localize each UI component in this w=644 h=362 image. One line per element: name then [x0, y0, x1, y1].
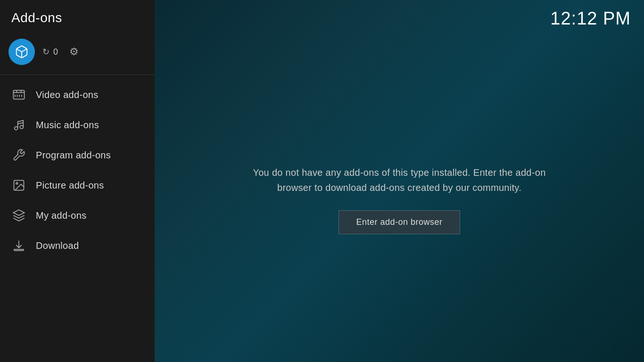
- refresh-icon: ↻: [42, 47, 50, 57]
- svg-line-11: [18, 123, 24, 123]
- enter-browser-button[interactable]: Enter add-on browser: [339, 210, 460, 234]
- page-title: Add-ons: [0, 0, 155, 34]
- sidebar-nav: Video add-ons Music add-ons Program a: [0, 80, 155, 362]
- sidebar-item-picture[interactable]: Picture add-ons: [0, 170, 155, 200]
- refresh-area: ↻ 0: [42, 47, 58, 57]
- picture-icon: [11, 178, 26, 193]
- program-icon: [11, 148, 26, 163]
- package-icon: [15, 45, 29, 59]
- sidebar-item-download[interactable]: Download: [0, 230, 155, 261]
- video-label: Video add-ons: [36, 90, 99, 100]
- settings-icon[interactable]: ⚙: [69, 46, 79, 58]
- clock: 12:12 PM: [550, 8, 631, 29]
- sidebar-item-my-addons[interactable]: My add-ons: [0, 200, 155, 230]
- sidebar-item-video[interactable]: Video add-ons: [0, 80, 155, 110]
- music-icon: [11, 117, 26, 132]
- svg-point-10: [20, 125, 23, 129]
- program-label: Program add-ons: [36, 150, 111, 161]
- my-addons-icon: [11, 208, 26, 223]
- video-icon: [11, 87, 26, 102]
- empty-message: You do not have any add-ons of this type…: [234, 165, 564, 195]
- content-center: You do not have any add-ons of this type…: [155, 37, 644, 362]
- sidebar-divider: [0, 74, 155, 75]
- sidebar-header: ↻ 0 ⚙: [0, 34, 155, 74]
- download-label: Download: [36, 240, 79, 251]
- top-bar: 12:12 PM: [155, 0, 644, 37]
- sidebar-item-program[interactable]: Program add-ons: [0, 140, 155, 170]
- addon-icon: [8, 39, 35, 65]
- svg-point-13: [16, 182, 18, 184]
- my-addons-label: My add-ons: [36, 210, 87, 221]
- main-content: 12:12 PM You do not have any add-ons of …: [155, 0, 644, 362]
- picture-label: Picture add-ons: [36, 180, 104, 191]
- refresh-count: 0: [53, 47, 58, 57]
- svg-point-9: [15, 127, 18, 130]
- sidebar-item-music[interactable]: Music add-ons: [0, 110, 155, 140]
- download-icon: [11, 238, 26, 253]
- music-label: Music add-ons: [36, 120, 99, 131]
- sidebar: Add-ons ↻ 0 ⚙: [0, 0, 155, 362]
